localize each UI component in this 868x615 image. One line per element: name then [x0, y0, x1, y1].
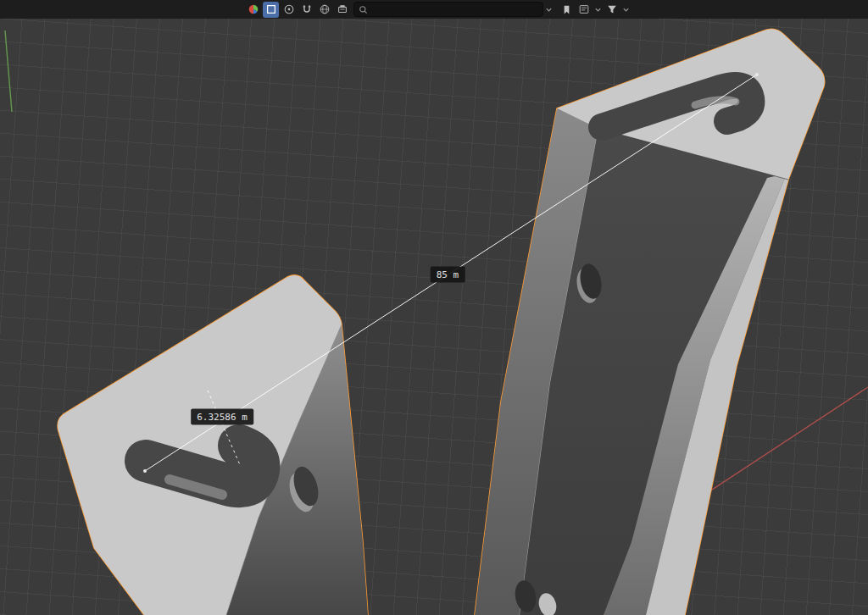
viewport-canvas[interactable]	[0, 0, 868, 615]
viewport-header	[0, 0, 868, 19]
search-icon	[359, 5, 368, 14]
ruler-endpoint-start[interactable]	[143, 469, 147, 473]
ruler-total-label: 85 m	[431, 267, 465, 283]
filter-chevron-icon[interactable]	[620, 2, 631, 18]
left-bracket-object[interactable]	[58, 275, 368, 615]
editor-type-icon[interactable]	[245, 2, 261, 18]
filter-funnel-icon[interactable]	[604, 2, 620, 18]
search-options-chevron-icon[interactable]	[543, 2, 554, 18]
search-input[interactable]	[371, 3, 538, 16]
snapping-icon[interactable]	[298, 2, 314, 18]
blender-window: 6.32586 m 85 m	[0, 0, 868, 615]
proportional-editing-icon[interactable]	[281, 2, 297, 18]
ruler-endpoint-end[interactable]	[755, 73, 759, 76]
select-box-tool-icon[interactable]	[263, 2, 279, 18]
right-bracket-object[interactable]	[475, 29, 825, 615]
display-mode-icon[interactable]	[576, 2, 592, 18]
orientation-icon[interactable]	[316, 2, 332, 18]
annotate-icon[interactable]	[334, 2, 350, 18]
search-field[interactable]	[353, 2, 543, 17]
y-axis-line	[5, 30, 12, 112]
ruler-segment-label: 6.32586 m	[191, 409, 253, 425]
display-mode-chevron-icon[interactable]	[593, 2, 603, 18]
bookmark-icon[interactable]	[559, 2, 575, 18]
